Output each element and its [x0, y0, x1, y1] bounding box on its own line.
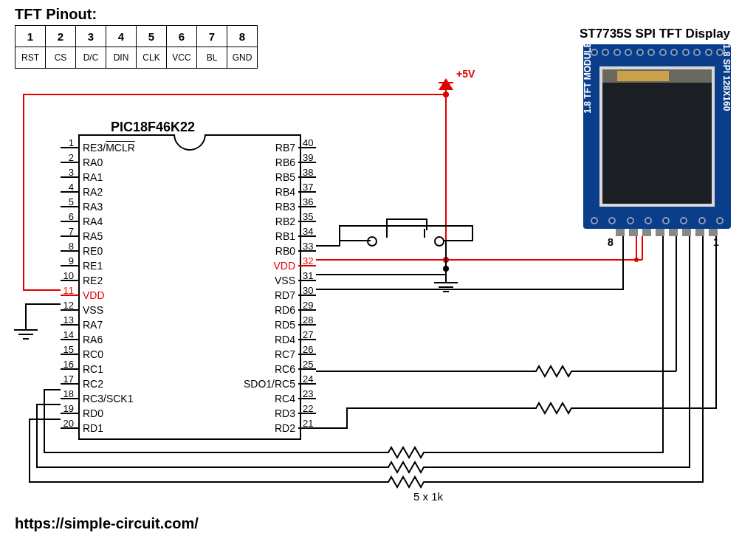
mcu-name-label: PIC18F46K22	[111, 120, 195, 135]
pin-label: RA3	[83, 199, 103, 214]
tft-pin-name: CLK	[137, 47, 167, 69]
svg-point-6	[634, 258, 639, 262]
schematic-canvas: TFT Pinout: 1 2 3 4 5 6 7 8 RST CS D/C D…	[0, 0, 756, 544]
pin-label: RC0	[83, 347, 103, 362]
pin-number: 7	[59, 224, 74, 239]
pin-label: RB2	[275, 214, 295, 229]
pin-label: RE1	[83, 258, 103, 273]
pin-number: 29	[303, 298, 317, 313]
pin-number: 31	[303, 269, 317, 283]
pin-label: RB4	[275, 185, 295, 199]
pin-number: 5	[59, 195, 74, 210]
resistor-icon	[384, 446, 428, 459]
tft-pinout-title: TFT Pinout:	[15, 6, 97, 23]
tft-side-label-right: 1.8 SPI 128X160	[721, 18, 732, 137]
pin-number: 24	[303, 372, 317, 387]
pin-label: VDD	[273, 258, 295, 273]
pin-label: RB7	[275, 140, 295, 155]
tft-pin-name: BL	[197, 47, 227, 69]
tft-pin-name: GND	[227, 47, 258, 69]
tft-pin8-label: 8	[608, 236, 614, 248]
pin-label: RD1	[83, 421, 103, 435]
pin-number: 10	[59, 269, 74, 283]
pin-number: 3	[59, 165, 74, 180]
pin-number: 18	[59, 387, 74, 402]
pin-number: 32	[303, 254, 317, 269]
pin-label: RA4	[83, 214, 103, 229]
resistor-icon	[384, 461, 428, 474]
pin-label: RD6	[275, 303, 295, 317]
pin-label: RE3/MCLR	[83, 140, 135, 155]
pin-label: RA2	[83, 185, 103, 199]
pin-number: 27	[303, 328, 317, 342]
pin-label: VSS	[275, 273, 295, 288]
pin-label: RD4	[275, 332, 295, 347]
pin-label: RA5	[83, 229, 103, 244]
pin-label: RB0	[275, 244, 295, 258]
pin-label: RD0	[83, 406, 103, 421]
pin-number: 22	[303, 402, 317, 416]
tft-pin-num: 4	[106, 26, 137, 47]
pin-label: RB6	[275, 155, 295, 170]
pin-number: 19	[59, 402, 74, 416]
pin-number: 28	[303, 313, 317, 328]
pin-label: RD2	[275, 421, 295, 435]
pin-number: 23	[303, 387, 317, 402]
tft-pin-name: VCC	[167, 47, 197, 69]
pin-number: 4	[59, 180, 74, 195]
pin-number: 2	[59, 151, 74, 165]
pin-label: RE0	[83, 244, 103, 258]
pin-label: RB5	[275, 170, 295, 185]
pin-number: 11	[59, 283, 74, 298]
tft-side-label-left: 1.8 TFT MODULE	[583, 18, 593, 137]
tft-module-icon: 1.8 TFT MODULE 1.8 SPI 128X160	[583, 44, 731, 229]
resistor-icon	[384, 475, 428, 489]
pin-label: RC4	[275, 391, 295, 406]
pin-label: RE2	[83, 273, 103, 288]
pin-number: 15	[59, 342, 74, 357]
pin-number: 37	[303, 180, 317, 195]
pin-number: 9	[59, 254, 74, 269]
mcu-notch-icon	[173, 134, 206, 151]
vcc-label: +5V	[456, 68, 475, 80]
pin-label: RA1	[83, 170, 103, 185]
tft-pin-num: 1	[16, 26, 46, 47]
pin-label: RC3/SCK1	[83, 391, 133, 406]
pin-number: 1	[59, 136, 74, 151]
pin-number: 30	[303, 283, 317, 298]
tft-pin-name: D/C	[76, 47, 106, 69]
pin-label: VDD	[83, 288, 105, 303]
tft-pin-num: 2	[46, 26, 76, 47]
pin-number: 35	[303, 210, 317, 224]
tft-pin-name: CS	[46, 47, 76, 69]
pin-label: RB3	[275, 199, 295, 214]
resistor-icon	[532, 402, 576, 415]
pin-label: RC7	[275, 347, 295, 362]
pin-number: 6	[59, 210, 74, 224]
pin-number: 12	[59, 298, 74, 313]
pin-number: 34	[303, 224, 317, 239]
svg-point-2	[443, 92, 449, 97]
pin-label: RA6	[83, 332, 103, 347]
pin-number: 33	[303, 239, 317, 254]
pin-label: RD3	[275, 406, 295, 421]
footer-url: https://simple-circuit.com/	[15, 515, 199, 532]
svg-point-1	[443, 257, 449, 263]
tft-display-title: ST7735S SPI TFT Display	[580, 27, 730, 41]
push-button-icon	[367, 214, 444, 251]
pin-label: RC6	[275, 362, 295, 376]
pin-number: 26	[303, 342, 317, 357]
pin-number: 17	[59, 372, 74, 387]
pin-label: SDO1/RC5	[244, 376, 295, 391]
pin-number: 36	[303, 195, 317, 210]
pin-label: VSS	[83, 303, 103, 317]
pin-number: 39	[303, 151, 317, 165]
tft-pin-name: RST	[16, 47, 46, 69]
pin-label: RA0	[83, 155, 103, 170]
resistor-icon	[532, 365, 576, 378]
pin-label: RD7	[275, 288, 295, 303]
tft-pin1-label: 1	[713, 236, 719, 248]
pin-label: RC2	[83, 376, 103, 391]
pin-number: 16	[59, 357, 74, 372]
pin-number: 14	[59, 328, 74, 342]
